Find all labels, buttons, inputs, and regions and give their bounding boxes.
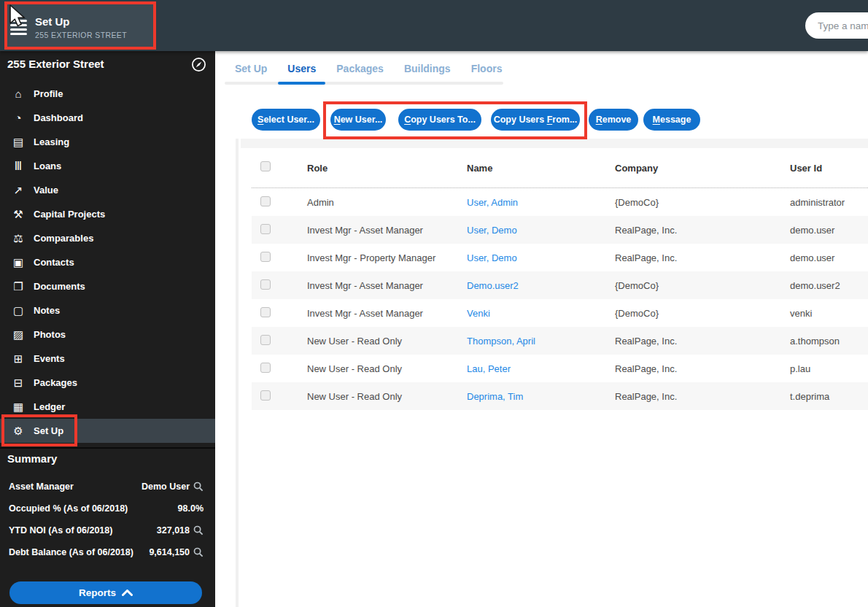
column-header-role: Role — [307, 163, 467, 174]
page-subtitle: 255 EXTERIOR STREET — [35, 31, 127, 39]
tab-users[interactable]: Users — [287, 63, 316, 74]
hamburger-menu-icon[interactable] — [10, 20, 27, 37]
table-row: Invest Mgr - Asset Manager Demo.user2 {D… — [252, 271, 868, 299]
sidebar-menu: ⌂Profile ◔Dashboard ▤Leasing ⅢLoans ↗Val… — [0, 82, 215, 443]
gear-icon: ⚙ — [7, 425, 29, 438]
column-header-user-id: User Id — [790, 163, 868, 174]
content-left-rule — [236, 139, 239, 607]
calendar-icon: ⊞ — [7, 352, 29, 366]
sidebar-divider — [0, 447, 215, 449]
table-row: New User - Read Only Lau, Peter RealPage… — [252, 355, 868, 382]
chart-line-icon: ↗ — [7, 184, 29, 197]
sidebar-item-packages[interactable]: ⊟Packages — [0, 371, 215, 395]
row-checkbox[interactable] — [260, 307, 271, 317]
sidebar: 255 Exterior Street ⌂Profile ◔Dashboard … — [0, 51, 215, 607]
compass-icon[interactable] — [191, 57, 206, 72]
chevron-up-icon — [122, 589, 133, 596]
select-all-checkbox[interactable] — [260, 161, 271, 171]
message-button[interactable]: Message — [643, 109, 700, 131]
photo-icon: ▨ — [7, 328, 29, 341]
sidebar-item-set-up[interactable]: ⚙Set Up — [0, 419, 215, 443]
reports-button[interactable]: Reports — [9, 581, 202, 604]
tab-bar: Set Up Users Packages Buildings Floors — [235, 63, 502, 74]
tab-track — [225, 82, 503, 85]
copy-users-to-button[interactable]: Copy Users To... — [398, 109, 481, 131]
top-bar: Set Up 255 EXTERIOR STREET — [0, 0, 868, 51]
hammer-icon: ⚒ — [7, 208, 29, 221]
magnifier-icon[interactable] — [193, 482, 204, 492]
user-name-link[interactable]: Thompson, April — [467, 336, 615, 347]
building-icon: ⌂ — [7, 88, 29, 100]
page-title: Set Up — [35, 15, 127, 28]
user-name-link[interactable]: Venki — [467, 308, 615, 319]
sidebar-item-dashboard[interactable]: ◔Dashboard — [0, 106, 215, 130]
main-content: Set Up Users Packages Buildings Floors S… — [215, 51, 868, 607]
row-checkbox[interactable] — [260, 224, 271, 234]
tab-packages[interactable]: Packages — [336, 63, 384, 74]
user-name-link[interactable]: User, Demo — [467, 225, 615, 236]
table-row: New User - Read Only Thompson, April Rea… — [252, 327, 868, 355]
summary-row-ytd-noi: YTD NOI (As of 06/2018) 327,018 — [0, 519, 215, 541]
bank-icon: Ⅲ — [7, 160, 29, 173]
table-row: Invest Mgr - Property Manager User, Demo… — [252, 244, 868, 271]
sidebar-item-notes[interactable]: ▢Notes — [0, 298, 215, 322]
row-checkbox[interactable] — [260, 252, 271, 262]
row-checkbox[interactable] — [260, 363, 271, 373]
sidebar-item-comparables[interactable]: ⚖Comparables — [0, 226, 215, 250]
scales-icon: ⚖ — [7, 232, 29, 245]
table-row: New User - Read Only Deprima, Tim RealPa… — [252, 382, 868, 410]
magnifier-icon[interactable] — [193, 525, 204, 536]
sidebar-item-capital-projects[interactable]: ⚒Capital Projects — [0, 202, 215, 226]
tab-set-up[interactable]: Set Up — [235, 63, 267, 74]
column-header-name: Name — [467, 163, 615, 174]
table-row: Admin User, Admin {DemoCo} administrator — [252, 188, 868, 216]
user-name-link[interactable]: User, Demo — [467, 252, 615, 263]
tab-buildings[interactable]: Buildings — [404, 63, 451, 74]
user-name-link[interactable]: Lau, Peter — [467, 363, 615, 374]
sidebar-item-value[interactable]: ↗Value — [0, 178, 215, 202]
table-body: Admin User, Admin {DemoCo} administrator… — [252, 188, 868, 410]
action-button-row: Select User... New User... Copy Users To… — [252, 109, 700, 131]
note-icon: ▢ — [7, 304, 29, 317]
sidebar-item-profile[interactable]: ⌂Profile — [0, 82, 215, 106]
sidebar-item-contacts[interactable]: ▣Contacts — [0, 250, 215, 274]
new-user-button[interactable]: New User... — [330, 109, 386, 131]
sidebar-item-loans[interactable]: ⅢLoans — [0, 154, 215, 178]
summary-row-asset-manager: Asset Manager Demo User — [0, 476, 215, 498]
property-header: 255 Exterior Street — [0, 51, 215, 79]
gauge-icon: ◔ — [7, 112, 29, 124]
document-icon: ▤ — [7, 136, 29, 149]
box-icon: ⊟ — [7, 376, 29, 390]
table-row: Invest Mgr - Asset Manager User, Demo Re… — [252, 216, 868, 244]
user-name-link[interactable]: Demo.user2 — [467, 280, 615, 291]
user-name-link[interactable]: Deprima, Tim — [467, 391, 615, 402]
sidebar-item-ledger[interactable]: ▦Ledger — [0, 395, 215, 419]
magnifier-icon[interactable] — [193, 547, 204, 557]
row-checkbox[interactable] — [260, 279, 271, 290]
summary-row-occupied: Occupied % (As of 06/2018) 98.0% — [0, 498, 215, 519]
user-name-link[interactable]: User, Admin — [467, 197, 615, 208]
summary-heading: Summary — [7, 452, 57, 465]
table-row: Invest Mgr - Asset Manager Venki {DemoCo… — [252, 299, 868, 327]
select-user-button[interactable]: Select User... — [252, 109, 320, 131]
copy-users-from-button[interactable]: Copy Users From... — [491, 109, 580, 131]
search-input[interactable] — [805, 12, 868, 39]
column-header-company: Company — [615, 163, 790, 174]
contact-card-icon: ▣ — [7, 256, 29, 269]
users-table: Role Name Company User Id Admin User, Ad… — [252, 148, 868, 410]
sidebar-item-documents[interactable]: ❐Documents — [0, 274, 215, 298]
sidebar-item-photos[interactable]: ▨Photos — [0, 322, 215, 347]
row-checkbox[interactable] — [260, 196, 271, 206]
remove-button[interactable]: Remove — [589, 109, 638, 131]
table-header-row: Role Name Company User Id — [252, 148, 868, 188]
grid-top-cap — [241, 139, 868, 148]
header-text: Set Up 255 EXTERIOR STREET — [35, 15, 127, 39]
sidebar-item-events[interactable]: ⊞Events — [0, 347, 215, 371]
property-name: 255 Exterior Street — [7, 58, 104, 70]
summary-panel: Asset Manager Demo User Occupied % (As o… — [0, 476, 215, 563]
sidebar-item-leasing[interactable]: ▤Leasing — [0, 130, 215, 154]
row-checkbox[interactable] — [260, 390, 271, 401]
row-checkbox[interactable] — [260, 335, 271, 345]
tab-floors[interactable]: Floors — [471, 63, 503, 74]
summary-row-debt-balance: Debt Balance (As of 06/2018) 9,614,150 — [0, 541, 215, 563]
